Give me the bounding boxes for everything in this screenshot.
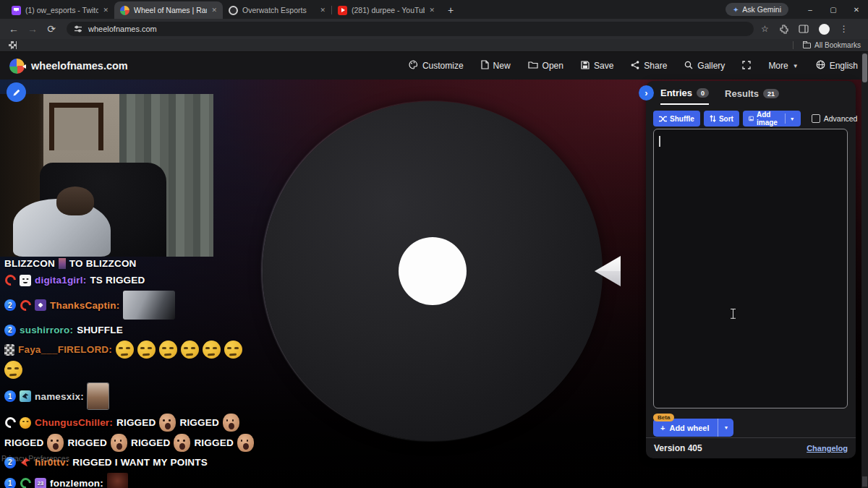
chat-message: digita1girl:TS RIGGED	[4, 274, 262, 286]
privacy-preferences-link[interactable]: Privacy Preferences	[1, 454, 69, 463]
site-settings-icon[interactable]	[74, 25, 82, 33]
menu-item-gallery[interactable]: Gallery	[684, 61, 725, 72]
tab-close-icon[interactable]: ✕	[211, 7, 217, 14]
fonz-emote-icon	[107, 473, 128, 488]
menu-item-customize[interactable]: Customize	[409, 60, 464, 72]
back-button[interactable]: ←	[4, 23, 23, 35]
browser-tab-3[interactable]: Overwatch Esports✕	[223, 1, 331, 19]
chat-badge-crescent	[4, 275, 16, 286]
panel-tabs: › Entries 0 Results 21	[646, 81, 856, 105]
chat-badge-num-blue: 2	[4, 299, 16, 311]
rigged-emote-icon	[174, 434, 190, 452]
add-wheel-dropdown-icon[interactable]: ▼	[718, 419, 733, 437]
advanced-toggle[interactable]: Advanced	[812, 114, 858, 123]
version-text: Version 405	[654, 443, 702, 453]
menu-item-label: More	[768, 61, 788, 71]
bookmark-star-icon[interactable]: ☆	[761, 24, 769, 34]
chat-username[interactable]: namesxix:	[35, 390, 84, 403]
panel-buttons: Shuffle Sort Add image ▼ Advanced	[646, 105, 856, 127]
chat-text: RIGGED	[194, 437, 233, 449]
close-window-button[interactable]: ✕	[845, 0, 868, 19]
menu-item-new[interactable]: New	[481, 60, 511, 72]
chat-badge-crescent	[20, 299, 31, 311]
menu-item-english[interactable]: English	[816, 60, 858, 72]
spinning-wheel[interactable]	[263, 101, 603, 441]
changelog-link[interactable]: Changelog	[807, 444, 848, 453]
sort-button[interactable]: Sort	[704, 111, 739, 127]
shuffle-button[interactable]: Shuffle	[653, 111, 700, 127]
chat-text: RIGGED	[67, 437, 106, 449]
address-bar[interactable]: wheelofnames.com	[67, 22, 754, 36]
portrait-emote-icon	[88, 383, 109, 409]
menu-item-more[interactable]: More▼	[768, 61, 798, 71]
webcam-feed	[0, 94, 213, 257]
entries-count-badge: 0	[697, 88, 709, 98]
reload-button[interactable]: ⟳	[42, 23, 61, 35]
edit-fab-button[interactable]	[7, 82, 26, 102]
share-icon	[631, 61, 639, 72]
tab-entries[interactable]: Entries 0	[660, 87, 709, 105]
rigged-emote-icon	[223, 414, 239, 432]
apps-grid-icon[interactable]	[9, 41, 17, 49]
chat-text: TO BLIZZCON	[69, 257, 137, 270]
browser-tab-1[interactable]: (1) ow_esports - Twitch✕	[6, 1, 114, 19]
forward-button[interactable]: →	[23, 23, 42, 35]
chat-text: RIGGED	[131, 437, 170, 449]
add-image-dropdown-icon[interactable]: ▼	[790, 116, 795, 121]
all-bookmarks-button[interactable]: All Bookmarks	[793, 41, 861, 49]
menu-item-fullscreen[interactable]	[742, 61, 751, 72]
tab-close-icon[interactable]: ✕	[429, 7, 435, 14]
chat-username[interactable]: fonzlemon:	[50, 477, 103, 488]
chat-username[interactable]: ChungusChiller:	[35, 416, 113, 429]
ask-gemini-button[interactable]: ✦ Ask Gemini	[726, 3, 788, 16]
chat-text: RIGGED I WANT MY POINTS	[72, 456, 208, 468]
chat-username[interactable]: ThanksCaptin:	[50, 299, 119, 312]
chat-badge-num-blue: 1	[4, 390, 16, 402]
fullscreen-icon	[742, 61, 751, 72]
scrollbar-thumb[interactable]	[862, 53, 867, 82]
browser-tab-2[interactable]: Wheel of Names | Random nam✕	[114, 1, 223, 19]
panel-footer: Version 405 Changelog	[646, 437, 856, 458]
chat-username[interactable]: Faya___FIRELORD:	[18, 343, 112, 356]
entries-textarea[interactable]	[653, 129, 848, 408]
menu-kebab-icon[interactable]: ⋮	[840, 24, 848, 34]
chat-badge-num-blue: 1	[4, 478, 16, 488]
wheel-pointer-icon	[593, 254, 622, 288]
webcam-person-head	[56, 187, 94, 215]
menu-item-open[interactable]: Open	[528, 61, 563, 71]
file-icon	[481, 60, 489, 72]
chat-text: SHUFFLE	[77, 324, 123, 336]
chat-username[interactable]: digita1girl:	[35, 274, 86, 286]
menu-item-share[interactable]: Share	[631, 61, 667, 72]
sort-icon	[710, 115, 716, 122]
unamused-emote-icon	[116, 341, 134, 359]
chat-message: 2sushirroro:SHUFFLE	[4, 324, 262, 336]
chat-badge-smile-white	[20, 275, 31, 286]
browser-tab-4[interactable]: (281) durpee - YouTube✕	[332, 1, 441, 19]
browser-toolbar: ← → ⟳ wheelofnames.com ☆ ⋮	[0, 19, 868, 39]
chevron-down-icon: ▼	[793, 63, 799, 69]
tab-results[interactable]: Results 21	[725, 88, 779, 104]
menu-item-label: Share	[644, 61, 667, 71]
entries-panel: › Entries 0 Results 21 Shuffle Sort	[646, 81, 856, 458]
collapse-panel-button[interactable]: ›	[639, 85, 654, 100]
minimize-button[interactable]: –	[799, 0, 822, 19]
site-brand[interactable]: wheelofnames.com	[9, 59, 128, 74]
maximize-button[interactable]: ▢	[822, 0, 845, 19]
wheel-favicon-icon	[120, 6, 129, 15]
tab-close-icon[interactable]: ✕	[103, 7, 109, 14]
advanced-checkbox[interactable]	[812, 114, 820, 123]
image-icon	[749, 115, 754, 122]
unamused-emote-icon	[4, 361, 22, 379]
tab-close-icon[interactable]: ✕	[320, 7, 326, 14]
add-image-button[interactable]: Add image ▼	[743, 111, 801, 127]
chat-username[interactable]: sushirroro:	[20, 324, 73, 336]
page-scrollbar[interactable]	[861, 52, 868, 488]
extensions-icon[interactable]	[779, 25, 788, 34]
pencil-icon	[12, 88, 21, 97]
side-panel-icon[interactable]	[799, 25, 809, 33]
globe-icon	[816, 60, 825, 72]
profile-avatar[interactable]	[819, 24, 830, 35]
new-tab-button[interactable]: +	[441, 4, 461, 19]
menu-item-save[interactable]: Save	[581, 61, 613, 72]
